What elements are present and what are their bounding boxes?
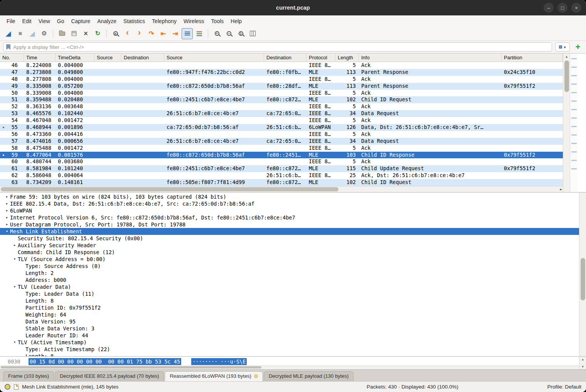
packet-row-55[interactable]: 558.4689440.001896ca:72:65:0d:b7:b8:56:a… [0,124,563,131]
expander-icon[interactable]: ▸ [4,193,10,200]
hex-dump-row[interactable]: 0030 00 15 0d 00 00 00 00 00 00 00 01 75… [0,358,579,365]
detail-line[interactable]: Length: 2 [0,270,579,276]
menu-item-edit[interactable]: Edit [19,16,35,26]
first-packet-button[interactable]: ⇤ [158,28,169,39]
hex-bytes[interactable]: 00 15 0d 00 00 00 00 00 00 00 01 75 bb 5… [29,358,181,365]
scroll-up-icon[interactable]: ▴ [582,357,584,361]
packet-row-48[interactable]: 488.2778080.004000IEEE 8…5Ack [0,76,563,83]
expander-icon[interactable]: ▸ [4,200,10,207]
hex-dump[interactable]: 0030 00 15 0d 00 00 00 00 00 00 00 01 75… [0,357,579,369]
close-button[interactable]: × [571,3,581,13]
detail-line[interactable]: Length: 8 [0,353,579,356]
scrollbar-thumb[interactable] [581,258,585,300]
maximize-button[interactable]: □ [557,3,567,13]
menu-item-telephony[interactable]: Telephony [148,16,180,26]
packet-row-52[interactable]: 528.3631360.003648IEEE 8…5Ack [0,103,563,110]
packet-row-49[interactable]: 498.3350080.057200fe80::c872:650d:b7b8:5… [0,83,563,90]
packet-list-minimap[interactable] [570,54,578,192]
title-bar[interactable]: current.pcap – □ × [0,0,586,15]
detail-line[interactable]: ▸6LoWPAN [0,207,579,214]
byte-tab[interactable]: Decrypted IEEE 802.15.4 payload (70 byte… [55,371,164,381]
detail-vertical-scrollbar[interactable] [579,193,586,356]
packet-list-vertical-scrollbar[interactable]: ▴ [563,54,570,192]
packet-row-46[interactable]: 468.2240080.004000IEEE 8…5Ack [0,62,563,69]
detail-line[interactable]: Security Suite: 802.15.4 Security (0x00) [0,235,579,242]
packet-row-61[interactable]: 618.5819840.101240fe80::2451:c6b7:e8ce:4… [0,165,563,172]
column-header-destination-2[interactable]: Destination [264,54,306,62]
byte-tab[interactable]: Frame (103 bytes) [3,371,54,381]
menu-item-capture[interactable]: Capture [67,16,94,26]
column-header-source[interactable]: Source [94,54,121,62]
stop-capture-button[interactable]: ■ [15,28,26,39]
capture-options-button[interactable]: ⚙ [39,28,50,39]
menu-item-help[interactable]: Help [227,16,245,26]
scrollbar-thumb[interactable] [1,366,261,369]
go-to-packet-button[interactable]: ↷ [146,28,157,39]
menu-item-analyze[interactable]: Analyze [94,16,120,26]
packet-row-47[interactable]: 478.2738080.049800fe80::947f:f476:22bc:c… [0,69,563,76]
status-profile[interactable]: Profile: Default [462,384,581,390]
detail-line[interactable]: ▾TLV (Active Timestamp) [0,339,579,346]
go-back-button[interactable]: ‹ [122,28,133,39]
scrollbar-thumb[interactable] [1,187,338,191]
save-file-button[interactable] [68,28,79,39]
byte-tab[interactable]: Reassembled 6LoWPAN (193 bytes) [165,371,263,381]
packet-row-63[interactable]: 638.7342090.148161fe80::505e:f807:7f81:4… [0,179,563,186]
detail-line[interactable]: ▸Internet Protocol Version 6, Src: fe80:… [0,214,579,221]
close-file-button[interactable]: × [80,28,91,39]
packet-row-53[interactable]: 538.4655760.10244026:51:c6:b7:e8:ce:4b:e… [0,110,563,117]
detail-line[interactable]: ▾Mesh Link Establishment [0,228,579,235]
menu-item-go[interactable]: Go [54,16,68,26]
open-file-button[interactable] [56,28,67,39]
expander-icon[interactable]: ▾ [4,228,10,235]
expander-icon[interactable]: ▾ [12,256,18,263]
detail-line[interactable]: Type: Leader Data (11) [0,290,579,297]
menu-item-tools[interactable]: Tools [208,16,227,26]
column-header-info[interactable]: Info [359,54,502,62]
column-header-timedelta[interactable]: TimeDelta [56,54,94,62]
scroll-right-icon[interactable]: ▸ [560,187,562,192]
packet-row-51[interactable]: 518.3594880.020480fe80::2451:c6b7:e8ce:4… [0,96,563,103]
expander-icon[interactable]: ▾ [12,339,18,346]
hex-vertical-scrollbar[interactable]: ▴ ▾ [579,357,586,369]
detail-line[interactable]: ▸Auxiliary Security Header [0,242,579,249]
auto-scroll-button[interactable] [182,28,193,39]
detail-line[interactable]: Leader Router ID: 44 [0,332,579,339]
detail-line[interactable]: ▾TLV (Leader Data) [0,283,579,290]
zoom-out-button[interactable]: − [223,28,234,39]
column-header-length[interactable]: Length [335,54,359,62]
column-header-no[interactable]: No. [0,54,24,62]
expander-icon[interactable]: ▾ [12,283,18,290]
detail-line[interactable]: Command: Child ID Response (12) [0,249,579,256]
expert-info-icon[interactable] [5,384,10,390]
menu-item-view[interactable]: View [35,16,54,26]
filter-bookmark-icon[interactable] [6,44,10,50]
detail-line[interactable]: ▸Frame 59: 103 bytes on wire (824 bits),… [0,193,579,200]
packet-row-56[interactable]: 568.4733600.004416IEEE 8…5Ack [0,131,563,138]
capture-comment-icon[interactable] [14,384,19,390]
detail-line[interactable]: Length: 8 [0,297,579,304]
menu-item-statistics[interactable]: Statistics [120,16,148,26]
add-filter-button[interactable]: + [573,42,583,52]
go-forward-button[interactable]: › [134,28,145,39]
packet-row-54[interactable]: 548.4670480.001472IEEE 8…5Ack [0,117,563,124]
detail-line[interactable]: ▸User Datagram Protocol, Src Port: 19788… [0,221,579,228]
colorize-packets-button[interactable] [194,28,205,39]
minimize-button[interactable]: – [544,3,554,13]
menu-item-file[interactable]: File [3,16,19,26]
resize-columns-button[interactable] [247,28,258,39]
detail-line[interactable]: Partition ID: 0x79f551f2 [0,304,579,311]
expander-icon[interactable]: ▸ [12,242,18,249]
detail-line[interactable]: Stable Data Version: 3 [0,325,579,332]
detail-line[interactable]: Address: b000 [0,276,579,283]
scroll-down-icon[interactable]: ▾ [582,365,584,369]
packet-row-59[interactable]: 598.4770640.001576fe80::c872:650d:b7b8:5… [0,152,563,159]
scroll-up-icon[interactable]: ▴ [563,54,570,59]
zoom-original-button[interactable]: 1 [235,28,246,39]
zoom-in-button[interactable]: + [211,28,222,39]
packet-row-62[interactable]: 628.5860480.00406426:51:c6:b…IEEE 8…25Ac… [0,172,563,179]
column-header-protocol[interactable]: Protocol [306,54,335,62]
packet-row-60[interactable]: 608.4807440.003680IEEE 8…5Ack [0,158,563,165]
last-packet-button[interactable]: ⇥ [170,28,181,39]
packet-row-50[interactable]: 508.3390080.004000IEEE 8…5Ack [0,90,563,97]
